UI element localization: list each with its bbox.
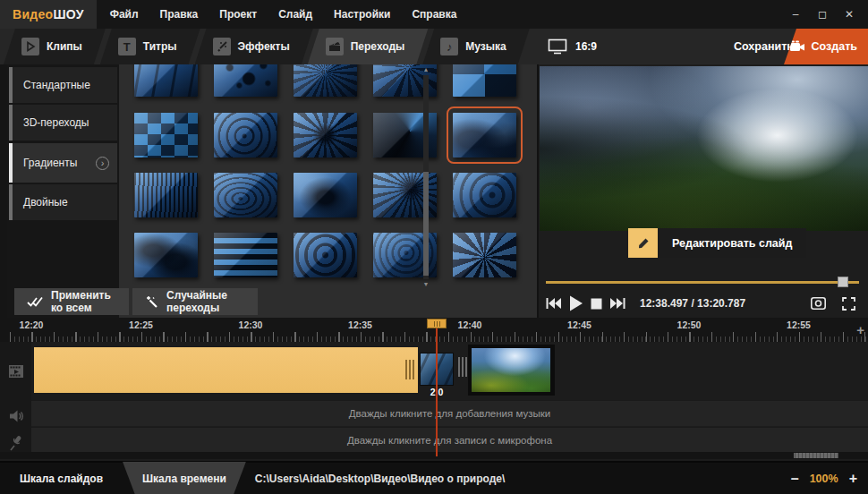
close-button[interactable]: ✕ [839,5,859,23]
edit-slide-button[interactable]: Редактировать слайд [628,228,806,258]
window-controls: – ◻ ✕ [786,5,868,23]
video-preview[interactable] [540,66,868,231]
stop-button[interactable] [591,298,602,310]
project-path: C:\Users\Aida\Desktop\Видео\Видео о прир… [255,473,505,485]
transition-thumbnail-fractal[interactable] [453,233,516,277]
category-standard[interactable]: Стандартные [9,67,117,103]
play-button[interactable] [569,295,583,311]
category-gradients[interactable]: Градиенты › [9,143,117,183]
transition-thumbnail-swirlrings[interactable] [453,173,516,217]
menu-item-help[interactable]: Справка [404,8,464,21]
tab-music[interactable]: ♪ Музыка [422,29,529,64]
scrollbar-thumb[interactable] [423,172,429,276]
transition-thumbnail-vstreaks[interactable] [134,173,198,217]
double-check-icon [27,296,43,308]
videoshow-app-window: ВидеоШОУ Файл Правка Проект Слайд Настро… [0,0,868,494]
monitor-icon [548,38,567,55]
timeline-horizontal-scrollbar[interactable] [0,452,868,459]
skip-next-button[interactable] [609,297,625,310]
voice-track[interactable]: Дважды кликните для записи с микрофона [31,427,868,453]
transition-thumbnail-marble[interactable] [134,64,198,97]
transition-thumbnail-ripple[interactable] [214,173,277,217]
transition-categories: Стандартные 3D-переходы Градиенты › Двой… [7,64,119,318]
menu-item-file[interactable]: Файл [102,8,147,21]
logo-text-show: ШОУ [53,7,83,21]
seek-track[interactable] [546,281,859,284]
skip-previous-button[interactable] [546,297,562,310]
time-display: 12:38.497 / 13:20.787 [640,297,745,310]
video-track-icon [7,362,25,380]
seek-handle[interactable] [838,277,848,287]
snapshot-camera-icon[interactable] [811,297,826,310]
create-button-label: Создать [812,40,857,53]
tab-clips[interactable]: Клипы [4,29,106,64]
maximize-button[interactable]: ◻ [813,5,832,23]
aspect-ratio-control[interactable]: 16:9 [548,29,597,64]
transition-thumbnail-smoke[interactable] [134,233,198,277]
transition-thumbnail-clouds[interactable] [453,113,516,158]
fullscreen-icon[interactable] [842,297,855,311]
play-icon [21,38,39,55]
category-label: 3D-переходы [23,116,89,129]
apply-to-all-button[interactable]: Применить ко всем [14,288,129,315]
clip-resize-handle[interactable] [458,357,467,377]
chevron-right-icon: › [96,157,109,170]
transition-thumbnail-squares[interactable] [453,64,516,97]
add-marker-icon[interactable]: + [856,322,864,337]
tab-transitions[interactable]: Переходы [308,29,429,64]
minimize-button[interactable]: – [786,5,805,23]
tab-label: Шкала времени [142,473,226,485]
tab-effects[interactable]: Эффекты [195,29,313,64]
create-button[interactable]: Создать [784,29,868,64]
statusbar: Шкала слайдов Шкала времени C:\Users\Aid… [0,461,868,494]
logo-text-video: Видео [13,7,53,21]
grid-scrollbar[interactable]: ▲ ▼ [421,66,430,288]
ruler-label: 12:40 [450,319,489,330]
tab-slide-scale[interactable]: Шкала слайдов [0,462,123,494]
next-slide-clip[interactable] [472,348,550,392]
menu-item-slide[interactable]: Слайд [270,8,320,21]
transition-thumbnail-spiral[interactable] [214,113,277,158]
tab-label: Шкала слайдов [20,473,103,485]
seek-bar[interactable] [546,276,859,288]
zoom-level: 100% [810,473,838,485]
menu-item-edit[interactable]: Правка [152,8,207,21]
transition-thumbnail-splatter[interactable] [214,64,277,97]
track-icon-column [0,342,31,454]
transition-thumbnail-rings[interactable] [294,233,357,277]
voice-track-hint: Дважды кликните для записи с микрофона [347,435,552,446]
transition-thumbnail-cloudblob[interactable] [294,173,357,217]
random-transitions-button[interactable]: Случайные переходы [132,288,258,315]
scrollbar-thumb[interactable] [794,453,838,458]
scroll-down-icon[interactable]: ▼ [421,281,430,287]
selected-slide-clip[interactable] [34,347,418,393]
edit-slide-label: Редактировать слайд [658,228,806,258]
playhead-grip[interactable] [427,319,447,328]
preview-panel: Редактировать слайд 12:38.497 / 13:20.78… [537,64,868,318]
playback-controls: 12:38.497 / 13:20.787 [546,292,863,315]
category-3d[interactable]: 3D-переходы [9,105,117,141]
transition-thumbnail-starburst[interactable] [294,113,357,158]
clip-resize-handle[interactable] [405,360,414,379]
transition-thumbnail-burst[interactable] [294,64,357,97]
clapperboard-icon [326,38,344,55]
category-label: Стандартные [23,79,90,91]
zoom-out-button[interactable]: – [791,471,799,487]
menu-item-project[interactable]: Проект [211,8,265,21]
category-label: Градиенты [23,157,77,169]
category-double[interactable]: Двойные [9,184,117,220]
ruler-label: 12:55 [779,319,819,330]
transition-thumbnail-hstripes[interactable] [214,233,277,277]
scroll-up-icon[interactable]: ▲ [421,66,430,72]
transition-thumbnail-checker[interactable] [134,113,198,158]
pencil-icon [628,228,658,258]
tab-label: Музыка [465,40,506,53]
tab-titles[interactable]: T Титры [100,29,200,64]
zoom-in-button[interactable]: + [849,471,857,487]
music-track[interactable]: Дважды кликните для добавления музыки [31,400,868,426]
ruler-label: 12:25 [122,319,161,330]
menu-item-settings[interactable]: Настройки [326,8,398,21]
tab-time-scale[interactable]: Шкала времени [123,462,246,494]
playhead-line [436,319,438,456]
text-icon: T [118,38,136,55]
